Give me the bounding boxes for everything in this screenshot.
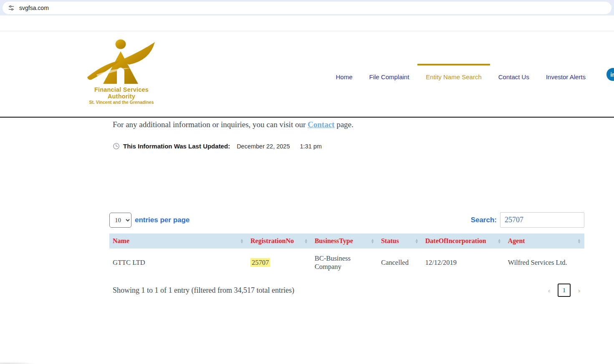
entity-results-table: Name ▲▼ RegistrationNo ▲▼ BusinessType ▲… <box>109 233 584 278</box>
additional-info-text: For any additional information or inquir… <box>109 118 584 129</box>
search-input[interactable] <box>500 212 584 228</box>
results-summary: Showing 1 to 1 of 1 entry (filtered from… <box>109 286 294 295</box>
pagination-next-button[interactable]: › <box>574 285 584 296</box>
main-navigation: Home File Complaint Entity Name Search C… <box>327 64 594 88</box>
clock-icon <box>112 142 120 150</box>
search-group: Search: <box>471 212 584 228</box>
cell-status: Cancelled <box>378 249 422 278</box>
search-match-highlight: 25707 <box>250 258 270 267</box>
table-header-row: Name ▲▼ RegistrationNo ▲▼ BusinessType ▲… <box>109 233 584 249</box>
column-header-name[interactable]: Name ▲▼ <box>109 233 247 249</box>
contact-link[interactable]: Contact <box>308 120 334 129</box>
cell-name: GTTC LTD <box>109 249 247 278</box>
column-header-registrationno[interactable]: RegistrationNo ▲▼ <box>247 233 311 249</box>
nav-item-home[interactable]: Home <box>327 64 361 88</box>
column-header-status[interactable]: Status ▲▼ <box>378 233 422 249</box>
info-text-before: For any additional information or inquir… <box>113 120 308 129</box>
sort-arrows-icon[interactable]: ▲▼ <box>371 238 374 244</box>
cell-date-of-incorporation: 12/12/2019 <box>422 249 505 278</box>
entries-per-page-group: 10 entries per page <box>109 213 190 228</box>
fsa-logo[interactable]: Financial Services Authority St. Vincent… <box>82 39 161 105</box>
site-settings-sliders-icon[interactable] <box>8 4 15 12</box>
cell-agent: Wilfred Services Ltd. <box>505 249 584 278</box>
nav-item-investor-alerts[interactable]: Investor Alerts <box>538 64 594 88</box>
last-updated-date: December 22, 2025 <box>237 143 290 150</box>
browser-address-bar: svgfsa.com <box>0 0 614 15</box>
info-text-after: page. <box>334 120 353 129</box>
sort-arrows-icon[interactable]: ▲▼ <box>415 238 419 244</box>
sort-arrows-icon[interactable]: ▲▼ <box>304 238 308 244</box>
pagination-prev-button[interactable]: ‹ <box>544 285 554 296</box>
pagination-page-1-button[interactable]: 1 <box>558 284 571 297</box>
last-updated-row: This Information Was Last Updated: Decem… <box>113 143 584 150</box>
main-content: For any additional information or inquir… <box>0 118 614 297</box>
url-omnibox[interactable]: svgfsa.com <box>3 2 611 14</box>
entries-per-page-label: entries per page <box>135 216 190 224</box>
nav-item-entity-name-search[interactable]: Entity Name Search <box>417 64 490 88</box>
site-header: Financial Services Authority St. Vincent… <box>0 31 614 118</box>
column-header-dateofincorporation[interactable]: DateOfIncorporation ▲▼ <box>422 233 505 249</box>
sort-arrows-icon[interactable]: ▲▼ <box>577 238 581 244</box>
bottom-left-shadow <box>0 361 38 364</box>
column-header-agent[interactable]: Agent ▲▼ <box>505 233 584 249</box>
logo-subtitle: St. Vincent and the Grenadines <box>82 100 161 105</box>
entries-per-page-select[interactable]: 10 <box>109 213 131 228</box>
logo-title: Financial Services Authority <box>82 86 161 100</box>
sort-arrows-icon[interactable]: ▲▼ <box>240 238 244 244</box>
table-row: GTTC LTD 25707 BC-Business Company Cance… <box>109 249 584 278</box>
nav-item-file-complaint[interactable]: File Complaint <box>361 64 417 88</box>
table-controls: 10 entries per page Search: <box>109 212 584 228</box>
last-updated-time: 1:31 pm <box>300 143 321 150</box>
page-top-spacer <box>0 15 614 31</box>
sort-arrows-icon[interactable]: ▲▼ <box>498 238 501 244</box>
cell-business-type: BC-Business Company <box>311 249 378 278</box>
nav-item-contact-us[interactable]: Contact Us <box>490 64 538 88</box>
pagination: ‹ 1 › <box>544 284 584 297</box>
table-footer: Showing 1 to 1 of 1 entry (filtered from… <box>109 284 584 297</box>
url-text[interactable]: svgfsa.com <box>19 5 49 11</box>
last-updated-label: This Information Was Last Updated: <box>123 143 230 150</box>
cell-registration-no: 25707 <box>247 249 311 278</box>
fsa-logo-figure-icon <box>84 39 159 88</box>
linkedin-icon[interactable]: in <box>606 68 614 81</box>
search-label: Search: <box>471 216 497 224</box>
column-header-businesstype[interactable]: BusinessType ▲▼ <box>311 233 378 249</box>
